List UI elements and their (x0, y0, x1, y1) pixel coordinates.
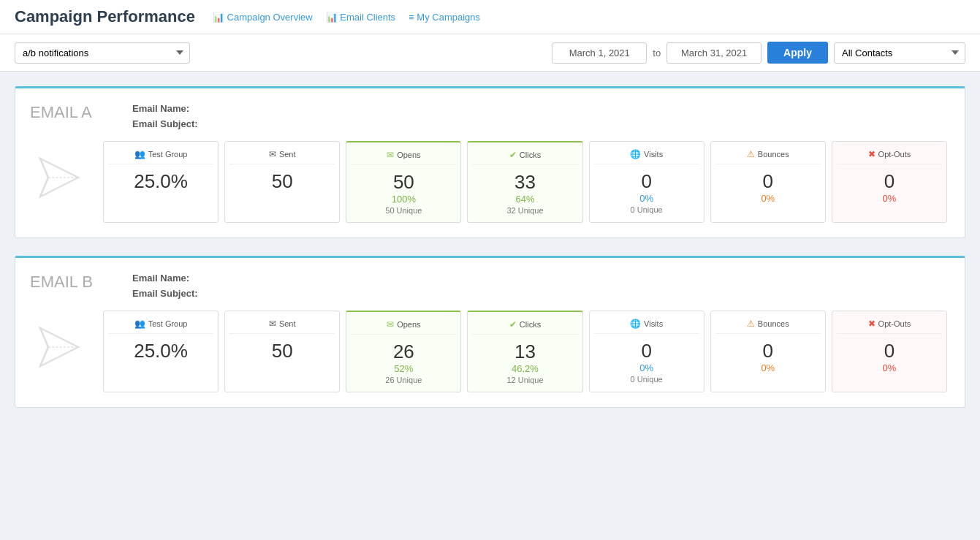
chart-icon: 📊 (213, 12, 224, 23)
warning-icon-a (747, 149, 755, 159)
stat-card-opens-b: Opens 26 52% 26 Unique (346, 311, 461, 392)
date-separator: to (653, 47, 661, 58)
users-icon-a (134, 149, 145, 159)
email-b-body: Test Group 25.0% Sent 50 Opens (30, 311, 950, 392)
email-a-header: EMAIL A Email Name: Email Subject: (30, 100, 950, 129)
email-a-subject-row: Email Subject: (132, 118, 201, 129)
stat-value-test-group-a: 25.0% (108, 170, 213, 193)
email-b-meta: Email Name: Email Subject: (132, 270, 201, 299)
stat-header-opens-a: Opens (351, 150, 456, 165)
stat-card-bounces-b: Bounces 0 0% (710, 311, 826, 392)
stat-unique-clicks-b: 12 Unique (472, 376, 577, 384)
stat-card-clicks-a: Clicks 33 64% 32 Unique (467, 141, 582, 223)
stat-value-optouts-a: 0 (837, 170, 942, 193)
stat-card-sent-b: Sent 50 (224, 311, 340, 392)
stat-value-opens-b: 26 (351, 341, 456, 363)
date-range: to Apply All Contacts (552, 42, 965, 64)
stat-value-visits-b: 0 (594, 340, 699, 362)
stat-header-test-group-b: Test Group (108, 319, 213, 334)
email-subject-label-b: Email Subject: (132, 288, 198, 299)
toolbar: a/b notifications to Apply All Contacts (0, 34, 980, 72)
chart-icon-2: 📊 (326, 12, 338, 23)
page-title: Campaign Performance (15, 7, 195, 26)
email-b-label: EMAIL B (30, 270, 118, 299)
stat-value-sent-b: 50 (229, 340, 335, 362)
nav-my-campaigns[interactable]: ≡ My Campaigns (409, 12, 480, 23)
email-a-body: Test Group 25.0% Sent 50 Opens (30, 141, 950, 223)
nav-email-clients[interactable]: 📊 Email Clients (326, 12, 395, 23)
envelope-icon-a (269, 149, 276, 159)
stat-header-optouts-a: Opt-Outs (837, 149, 942, 164)
stat-pct-optouts-a: 0% (837, 193, 942, 204)
stat-unique-clicks-a: 32 Unique (472, 206, 577, 215)
stat-card-optouts-b: Opt-Outs 0 0% (832, 311, 947, 392)
stat-card-clicks-b: Clicks 13 46.2% 12 Unique (467, 311, 582, 392)
x-icon-a (868, 149, 875, 159)
envelope-icon-b (269, 319, 276, 329)
stat-card-visits-a: Visits 0 0% 0 Unique (589, 141, 704, 223)
stat-header-opens-b: Opens (351, 319, 456, 335)
stat-value-optouts-b: 0 (837, 340, 942, 362)
nav-campaign-overview[interactable]: 📊 Campaign Overview (213, 12, 313, 23)
stat-value-sent-a: 50 (229, 170, 335, 193)
stat-pct-bounces-a: 0% (715, 193, 821, 204)
warning-icon-b (747, 319, 755, 329)
stat-unique-visits-b: 0 Unique (594, 375, 699, 384)
email-b-subject-row: Email Subject: (132, 288, 201, 299)
check-icon-b (509, 319, 517, 330)
email-subject-label-a: Email Subject: (132, 118, 198, 129)
stat-header-bounces-a: Bounces (715, 149, 821, 164)
stat-card-sent-a: Sent 50 (224, 141, 340, 223)
stat-card-bounces-a: Bounces 0 0% (710, 141, 826, 223)
email-b-name-row: Email Name: (132, 273, 201, 284)
users-icon-b (134, 319, 145, 329)
email-name-label-b: Email Name: (132, 273, 189, 284)
stat-header-sent-b: Sent (229, 319, 335, 334)
stat-header-visits-a: Visits (594, 149, 699, 164)
email-a-stats-grid: Test Group 25.0% Sent 50 Opens (100, 141, 950, 223)
globe-icon-b (630, 319, 641, 329)
email-a-meta: Email Name: Email Subject: (132, 100, 201, 129)
stat-value-clicks-a: 33 (472, 171, 577, 194)
email-b-icon (30, 311, 88, 384)
stat-value-clicks-b: 13 (472, 341, 577, 363)
email-b-section: EMAIL B Email Name: Email Subject: (15, 256, 965, 408)
stat-card-opens-a: Opens 50 100% 50 Unique (346, 141, 461, 223)
stat-value-bounces-a: 0 (715, 170, 821, 193)
page-header: Campaign Performance 📊 Campaign Overview… (0, 0, 980, 34)
check-icon-a (509, 150, 517, 160)
x-icon-b (868, 319, 875, 329)
header-nav: 📊 Campaign Overview 📊 Email Clients ≡ My… (213, 12, 480, 23)
email-a-name-row: Email Name: (132, 103, 201, 114)
stat-header-bounces-b: Bounces (715, 319, 821, 334)
email-b-header: EMAIL B Email Name: Email Subject: (30, 270, 950, 299)
campaign-select[interactable]: a/b notifications (15, 42, 190, 64)
apply-button[interactable]: Apply (767, 42, 828, 64)
globe-icon-a (630, 149, 641, 159)
stat-header-clicks-a: Clicks (472, 150, 577, 165)
stat-pct-clicks-a: 64% (472, 194, 577, 205)
stat-unique-opens-a: 50 Unique (351, 206, 456, 215)
stat-header-visits-b: Visits (594, 319, 699, 334)
email-a-label: EMAIL A (30, 100, 118, 129)
contacts-select[interactable]: All Contacts (834, 42, 965, 64)
date-from-input[interactable] (552, 42, 647, 64)
date-to-input[interactable] (666, 42, 761, 64)
stat-pct-bounces-b: 0% (715, 362, 821, 373)
email-a-section: EMAIL A Email Name: Email Subject: (15, 86, 965, 238)
stat-card-test-group-a: Test Group 25.0% (103, 141, 219, 223)
stat-unique-opens-b: 26 Unique (351, 376, 456, 384)
stat-header-sent-a: Sent (229, 149, 335, 164)
stat-header-optouts-b: Opt-Outs (837, 319, 942, 334)
list-icon: ≡ (409, 12, 414, 23)
stat-card-optouts-a: Opt-Outs 0 0% (832, 141, 947, 223)
content-area: EMAIL A Email Name: Email Subject: (0, 72, 980, 440)
check-envelope-icon-b (387, 319, 394, 330)
stat-pct-visits-b: 0% (594, 362, 699, 373)
stat-header-test-group-a: Test Group (108, 149, 213, 164)
stat-header-clicks-b: Clicks (472, 319, 577, 335)
stat-value-opens-a: 50 (351, 171, 456, 194)
email-name-label-a: Email Name: (132, 103, 189, 114)
stat-pct-clicks-b: 46.2% (472, 363, 577, 374)
check-envelope-icon-a (387, 150, 394, 160)
